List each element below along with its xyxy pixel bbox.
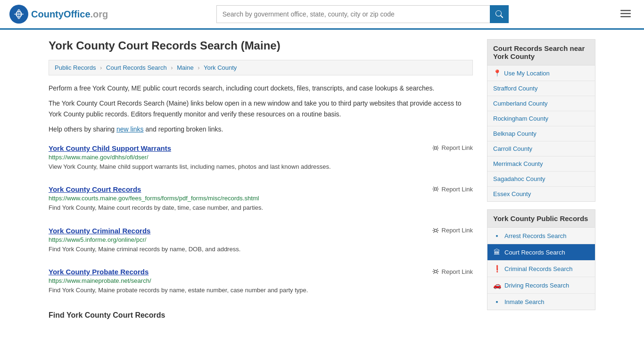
record-desc: Find York County, Maine probate records … [49, 286, 473, 295]
record-item: York County Criminal Records Report Link… [49, 227, 473, 259]
description-1: Perform a free York County, ME public co… [49, 83, 473, 93]
records-list: York County Child Support Warrants Repor… [49, 144, 473, 300]
report-link[interactable]: Report Link [432, 268, 473, 275]
nearby-county-link[interactable]: Carroll County [487, 141, 595, 156]
svg-line-30 [433, 269, 434, 270]
pub-rec-icon: 🏛 [493, 248, 501, 256]
svg-line-20 [433, 190, 434, 191]
svg-rect-5 [620, 10, 631, 11]
record-url[interactable]: https://www.courts.maine.gov/fees_forms/… [49, 195, 473, 202]
record-title[interactable]: York County Child Support Warrants [49, 144, 171, 152]
record-title[interactable]: York County Court Records [49, 185, 141, 193]
breadcrumb-york-county[interactable]: York County [204, 64, 237, 71]
nearby-county-link[interactable]: Sagadahoc County [487, 172, 595, 187]
content-area: York County Court Records Search (Maine)… [49, 39, 473, 320]
use-location-item[interactable]: 📍 Use My Location [487, 66, 595, 81]
record-header: York County Criminal Records Report Link [49, 227, 473, 235]
svg-line-28 [437, 228, 438, 229]
page-title: York County Court Records Search (Maine) [49, 39, 473, 52]
breadcrumb-public-records[interactable]: Public Records [55, 64, 96, 71]
svg-line-24 [437, 231, 438, 232]
public-record-item[interactable]: 🏛Court Records Search [487, 244, 595, 261]
breadcrumb-court-records[interactable]: Court Records Search [106, 64, 167, 71]
sidebar: Court Records Search near York County 📍 … [487, 39, 595, 320]
svg-point-29 [434, 270, 437, 272]
svg-point-8 [434, 147, 437, 149]
search-input[interactable] [216, 5, 490, 23]
nearby-county-link[interactable]: Belknap County [487, 126, 595, 141]
svg-line-21 [437, 187, 438, 188]
record-header: York County Court Records Report Link [49, 185, 473, 193]
public-records-title: York County Public Records [487, 210, 595, 228]
description-3: Help others by sharing new links and rep… [49, 124, 473, 134]
pub-rec-icon: ▪ [493, 298, 501, 305]
record-header: York County Child Support Warrants Repor… [49, 144, 473, 152]
find-section-title: Find York County Court Records [49, 311, 473, 320]
breadcrumb: Public Records › Court Records Search › … [49, 60, 473, 75]
description-2: The York County Court Records Search (Ma… [49, 98, 473, 119]
record-title[interactable]: York County Probate Records [49, 268, 149, 276]
record-desc: View York County, Maine child support wa… [49, 162, 473, 172]
nearby-county-link[interactable]: Strafford County [487, 81, 595, 96]
svg-line-17 [437, 190, 438, 191]
svg-rect-7 [620, 16, 631, 17]
main-container: York County Court Records Search (Maine)… [39, 30, 605, 329]
svg-line-35 [437, 269, 438, 270]
logo-text: CountyOffice.org [31, 9, 108, 20]
nearby-county-link[interactable]: Essex County [487, 187, 595, 201]
site-header: CountyOffice.org [0, 0, 644, 30]
pub-rec-icon: ❗ [493, 265, 501, 272]
report-link[interactable]: Report Link [432, 185, 473, 193]
public-record-item[interactable]: 🚗Driving Records Search [487, 277, 595, 294]
svg-line-10 [437, 149, 438, 150]
svg-line-31 [437, 273, 438, 274]
public-record-item[interactable]: ▪Inmate Search [487, 294, 595, 310]
pub-rec-icon: ▪ [493, 232, 501, 239]
svg-point-22 [434, 229, 437, 231]
menu-button[interactable] [617, 6, 635, 22]
record-item: York County Probate Records Report Link … [49, 268, 473, 300]
new-links-link[interactable]: new links [116, 125, 144, 133]
svg-line-23 [433, 228, 434, 229]
nearby-box: Court Records Search near York County 📍 … [487, 39, 595, 202]
record-url[interactable]: https://www5.informe.org/online/pcr/ [49, 236, 473, 243]
pin-icon: 📍 [493, 69, 501, 77]
public-records-box: York County Public Records ▪Arrest Recor… [487, 209, 595, 310]
record-header: York County Probate Records Report Link [49, 268, 473, 276]
pub-rec-icon: 🚗 [493, 281, 501, 289]
public-records-list: ▪Arrest Records Search🏛Court Records Sea… [487, 228, 595, 310]
search-area [216, 5, 509, 23]
record-title[interactable]: York County Criminal Records [49, 227, 150, 235]
svg-line-34 [433, 273, 434, 274]
nearby-county-link[interactable]: Rockingham County [487, 111, 595, 126]
svg-line-16 [433, 187, 434, 188]
breadcrumb-maine[interactable]: Maine [177, 64, 193, 71]
nearby-title: Court Records Search near York County [487, 40, 595, 66]
search-button[interactable] [490, 5, 509, 23]
svg-line-13 [433, 149, 434, 150]
nearby-counties-list: Strafford CountyCumberland CountyRocking… [487, 81, 595, 201]
report-link[interactable]: Report Link [432, 144, 473, 152]
record-item: York County Court Records Report Link ht… [49, 185, 473, 217]
record-desc: Find York County, Maine court records by… [49, 203, 473, 213]
logo-icon [9, 5, 28, 24]
record-desc: Find York County, Maine criminal records… [49, 245, 473, 254]
nearby-county-link[interactable]: Cumberland County [487, 96, 595, 111]
record-item: York County Child Support Warrants Repor… [49, 144, 473, 176]
svg-point-15 [434, 188, 437, 190]
record-url[interactable]: https://www.maineprobate.net/search/ [49, 277, 473, 284]
svg-line-27 [433, 231, 434, 232]
svg-line-9 [433, 146, 434, 147]
record-url[interactable]: https://www.maine.gov/dhhs/ofi/dser/ [49, 154, 473, 161]
svg-rect-6 [620, 13, 631, 15]
header-right [617, 6, 635, 22]
svg-line-14 [437, 146, 438, 147]
nearby-county-link[interactable]: Merrimack County [487, 156, 595, 172]
public-record-item[interactable]: ▪Arrest Records Search [487, 228, 595, 244]
logo-area: CountyOffice.org [9, 5, 108, 24]
report-link[interactable]: Report Link [432, 227, 473, 234]
public-record-item[interactable]: ❗Criminal Records Search [487, 261, 595, 277]
